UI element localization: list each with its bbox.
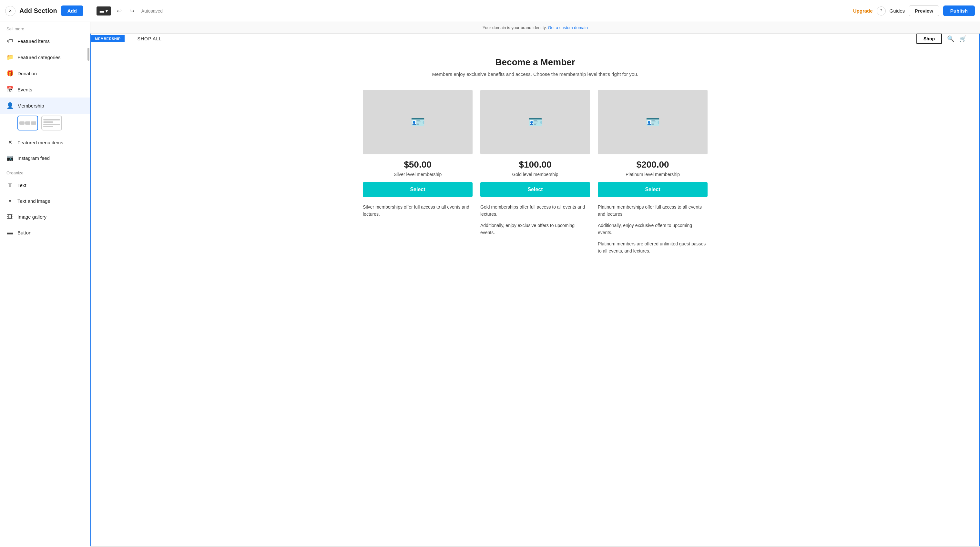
membership-icon: 👤 [6,102,14,109]
divider [90,6,90,16]
shop-button[interactable]: Shop [916,33,942,44]
platinum-desc-2: Platinum members are offered unlimited g… [598,240,708,255]
membership-card-silver: 🪪 $50.00 Silver level membership Select … [363,90,473,258]
publish-button[interactable]: Publish [943,5,975,16]
preview-button[interactable]: Preview [908,5,939,16]
platinum-desc-0: Platinum memberships offer full access t… [598,203,708,218]
membership-card-description: Gold memberships offer full access to al… [480,203,590,240]
add-button[interactable]: Add [61,5,83,16]
main-layout: Sell more 🏷 Featured items 📁 Featured ca… [0,22,980,547]
membership-subtitle: Members enjoy exclusive benefits and acc… [110,71,960,77]
preview-frame: MEMBERSHIP SHOP ALL Shop 🔍 🛒 Become a Me… [91,33,980,546]
sidebar-item-label: Events [18,87,32,92]
domain-link[interactable]: Get a custom domain [548,25,588,30]
sidebar-item-label: Instagram feed [18,155,50,161]
organize-label: Organize [0,166,90,177]
silver-select-button[interactable]: Select [363,182,473,197]
membership-layout-list[interactable] [41,116,62,131]
sidebar-item-instagram-feed[interactable]: 📷 Instagram feed [0,150,90,166]
text-icon: T [6,182,14,188]
page-title: Add Section [19,7,57,14]
sidebar-item-label: Featured menu items [18,140,63,145]
x-icon: ✕ [6,139,14,145]
membership-card-gold: 🪪 $100.00 Gold level membership Select G… [480,90,590,258]
membership-suboptions [0,114,90,135]
domain-banner: Your domain is your brand identity. Get … [91,22,980,33]
membership-card-img-icon: 🪪 [528,115,542,129]
membership-card-price: $50.00 [363,159,473,170]
sidebar-item-button[interactable]: ▬ Button [0,225,90,241]
sidebar-item-text[interactable]: T Text [0,177,90,193]
sell-more-label: Sell more [0,22,90,33]
sidebar-item-donation[interactable]: 🎁 Donation [0,65,90,81]
device-selector[interactable]: ▬ ▾ [97,6,111,16]
chevron-down-icon: ▾ [105,8,108,14]
list-line [43,124,60,125]
redo-button[interactable]: ↪ [127,5,136,16]
topbar: × Add Section Add ▬ ▾ ↩ ↪ Autosaved Upgr… [0,0,980,22]
cart-icon[interactable]: 🛒 [959,35,966,42]
platinum-select-button[interactable]: Select [598,182,708,197]
close-button[interactable]: × [5,6,16,16]
sidebar-scrollbar[interactable] [88,48,89,61]
close-icon: × [9,8,12,14]
membership-card-level: Gold level membership [480,172,590,177]
silver-desc-0: Silver memberships offer full access to … [363,203,473,218]
membership-card-level: Silver level membership [363,172,473,177]
button-icon: ▬ [6,229,14,236]
membership-title: Become a Member [110,57,960,67]
tag-icon: 🏷 [6,38,14,45]
gold-desc-1: Additionally, enjoy exclusive offers to … [480,222,590,236]
membership-cards: 🪪 $50.00 Silver level membership Select … [110,90,960,258]
membership-card-description: Platinum memberships offer full access t… [598,203,708,258]
sidebar-item-label: Text and image [18,198,50,204]
grid-cell [19,121,24,124]
membership-card-price: $100.00 [480,159,590,170]
membership-badge: MEMBERSHIP [91,35,125,42]
platinum-desc-1: Additionally, enjoy exclusive offers to … [598,222,708,236]
sidebar-item-label: Button [18,230,31,235]
grid-cell [25,121,30,124]
sidebar-item-text-and-image[interactable]: ▪ Text and image [0,193,90,209]
shop-all-nav[interactable]: SHOP ALL [137,36,162,41]
sidebar-item-image-gallery[interactable]: 🖼 Image gallery [0,209,90,225]
membership-card-level: Platinum level membership [598,172,708,177]
upgrade-link[interactable]: Upgrade [853,8,873,14]
membership-card-img-icon: 🪪 [410,115,425,129]
sidebar-item-label: Membership [18,103,44,108]
calendar-icon: 📅 [6,86,14,93]
membership-card-image: 🪪 [598,90,708,154]
membership-card-description: Silver memberships offer full access to … [363,203,473,222]
undo-button[interactable]: ↩ [115,5,124,16]
gold-select-button[interactable]: Select [480,182,590,197]
instagram-icon: 📷 [6,154,14,161]
guides-link[interactable]: Guides [889,8,905,14]
device-button[interactable]: ▬ ▾ [97,6,111,16]
help-button[interactable]: ? [877,6,886,16]
list-line [43,119,60,120]
sidebar-item-label: Featured categories [18,54,60,60]
sidebar-item-featured-menu-items[interactable]: ✕ Featured menu items [0,135,90,150]
sidebar-item-label: Donation [18,71,37,76]
membership-layout-grid[interactable] [18,116,38,131]
list-line [43,126,53,127]
sidebar: Sell more 🏷 Featured items 📁 Featured ca… [0,22,91,547]
gift-icon: 🎁 [6,70,14,77]
folder-icon: 📁 [6,54,14,61]
sidebar-item-membership[interactable]: 👤 Membership [0,97,90,114]
content-area: Your domain is your brand identity. Get … [91,22,980,547]
membership-card-image: 🪪 [480,90,590,154]
sidebar-item-featured-items[interactable]: 🏷 Featured items [0,33,90,49]
search-icon[interactable]: 🔍 [947,35,954,42]
domain-text: Your domain is your brand identity. [482,25,547,30]
sidebar-item-featured-categories[interactable]: 📁 Featured categories [0,49,90,65]
membership-card-price: $200.00 [598,159,708,170]
membership-card-img-icon: 🪪 [646,115,660,129]
autosaved-status: Autosaved [142,8,163,14]
membership-card-platinum: 🪪 $200.00 Platinum level membership Sele… [598,90,708,258]
gallery-icon: 🖼 [6,214,14,220]
text-image-icon: ▪ [6,198,14,204]
device-icon: ▬ [100,8,104,14]
sidebar-item-events[interactable]: 📅 Events [0,81,90,97]
gold-desc-0: Gold memberships offer full access to al… [480,203,590,218]
